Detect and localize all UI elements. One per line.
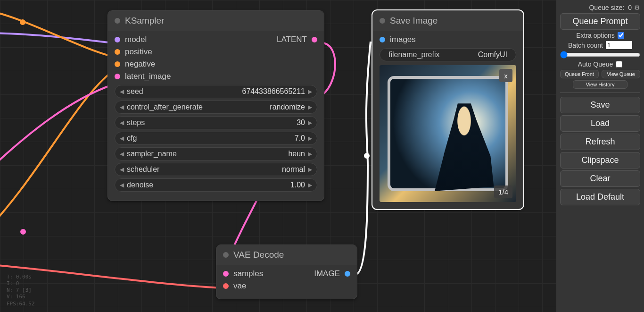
output-label: LATENT [277, 35, 307, 44]
chevron-right-icon[interactable]: ▶ [307, 135, 313, 142]
batch-count-input[interactable] [606, 41, 632, 49]
widget-cfg[interactable]: ◀cfg7.0▶ [115, 132, 317, 145]
input-port-vae[interactable] [223, 283, 229, 289]
svg-point-2 [364, 153, 370, 159]
chevron-right-icon[interactable]: ▶ [307, 166, 313, 173]
chevron-left-icon[interactable]: ◀ [119, 88, 125, 95]
widget-sampler-name[interactable]: ◀sampler_nameheun▶ [115, 147, 317, 160]
load-button[interactable]: Load [560, 115, 640, 132]
widget-scheduler[interactable]: ◀schedulernormal▶ [115, 163, 317, 176]
chevron-left-icon[interactable]: ◀ [119, 166, 125, 173]
refresh-button[interactable]: Refresh [560, 134, 640, 150]
chevron-right-icon[interactable]: ▶ [307, 151, 313, 157]
chevron-left-icon[interactable]: ◀ [119, 119, 125, 126]
chevron-right-icon[interactable]: ▶ [307, 104, 313, 110]
output-label: IMAGE [314, 269, 340, 278]
chevron-right-icon[interactable]: ▶ [307, 182, 313, 188]
queue-size-value: 0 [628, 4, 632, 11]
extra-options-label: Extra options [576, 32, 615, 39]
input-port-negative[interactable] [115, 61, 120, 67]
chevron-left-icon[interactable]: ◀ [119, 151, 125, 157]
output-image-preview[interactable] [380, 65, 516, 202]
queue-size-label: Queue size: [589, 4, 624, 11]
widget-seed[interactable]: ◀seed674433866565211▶ [115, 85, 317, 98]
input-label: positive [125, 47, 152, 57]
input-port-positive[interactable] [115, 49, 120, 55]
clipspace-button[interactable]: Clipspace [560, 152, 640, 169]
widget-filename-prefix[interactable]: filename_prefixComfyUI [380, 48, 516, 61]
gear-icon[interactable]: ⚙ [634, 4, 640, 11]
input-label: negative [125, 59, 155, 69]
clear-button[interactable]: Clear [560, 170, 640, 187]
output-port-latent[interactable] [312, 37, 317, 42]
node-ksampler[interactable]: KSampler model LATENT positive negative … [107, 10, 324, 201]
batch-count-label: Batch count [568, 42, 603, 49]
node-vae-decode[interactable]: VAE Decode samples IMAGE vae [216, 245, 357, 299]
graph-canvas[interactable]: KSampler model LATENT positive negative … [0, 0, 556, 312]
input-port-model[interactable] [115, 37, 120, 42]
view-history-button[interactable]: View History [573, 80, 627, 89]
collapse-dot-icon[interactable] [115, 18, 120, 24]
queue-prompt-button[interactable]: Queue Prompt [560, 13, 640, 30]
save-button[interactable]: Save [560, 97, 640, 113]
svg-point-1 [20, 229, 26, 235]
chevron-left-icon[interactable]: ◀ [119, 182, 125, 188]
node-body: samples IMAGE vae [216, 265, 357, 299]
input-label: model [125, 35, 147, 44]
widget-steps[interactable]: ◀steps30▶ [115, 116, 317, 129]
load-default-button[interactable]: Load Default [560, 189, 640, 205]
node-title[interactable]: VAE Decode [216, 245, 357, 265]
node-body: model LATENT positive negative latent_im… [108, 31, 324, 201]
output-port-image[interactable] [345, 271, 350, 277]
node-title-text: KSampler [125, 16, 164, 26]
svg-point-0 [20, 19, 25, 25]
node-title[interactable]: Save Image [373, 11, 523, 31]
auto-queue-checkbox[interactable] [616, 61, 622, 67]
input-port-latent-image[interactable] [115, 74, 120, 79]
node-title-text: Save Image [390, 16, 438, 26]
input-label: images [390, 35, 416, 44]
extra-options-checkbox[interactable] [618, 32, 624, 39]
batch-count-slider[interactable] [560, 51, 640, 59]
chevron-right-icon[interactable]: ▶ [307, 88, 313, 95]
chevron-left-icon[interactable]: ◀ [119, 135, 125, 142]
chevron-right-icon[interactable]: ▶ [307, 119, 313, 126]
debug-overlay: T: 0.00s I: 0 N: 7 [3] V: 166 FPS:64.52 [7, 274, 35, 307]
node-body: images filename_prefixComfyUI x 1/4 [373, 31, 523, 209]
input-label: samples [233, 269, 263, 278]
node-save-image[interactable]: Save Image images filename_prefixComfyUI… [372, 10, 523, 209]
side-panel: ⚙ Queue size: 0 Queue Prompt Extra optio… [556, 0, 644, 312]
widget-denoise[interactable]: ◀denoise1.00▶ [115, 178, 317, 192]
auto-queue-label: Auto Queue [578, 60, 613, 68]
widget-control-after-generate[interactable]: ◀control_after_generaterandomize▶ [115, 101, 317, 114]
input-port-samples[interactable] [223, 271, 229, 277]
chevron-left-icon[interactable]: ◀ [119, 104, 125, 110]
input-label: latent_image [125, 72, 171, 81]
collapse-dot-icon[interactable] [223, 252, 229, 258]
close-preview-button[interactable]: x [499, 69, 512, 82]
input-label: vae [233, 281, 246, 291]
view-queue-button[interactable]: View Queue [602, 70, 640, 78]
input-port-images[interactable] [380, 37, 385, 42]
image-counter-badge: 1/4 [494, 186, 512, 198]
node-title[interactable]: KSampler [108, 11, 324, 31]
node-title-text: VAE Decode [233, 250, 284, 260]
queue-front-button[interactable]: Queue Front [560, 70, 599, 78]
collapse-dot-icon[interactable] [380, 18, 385, 24]
